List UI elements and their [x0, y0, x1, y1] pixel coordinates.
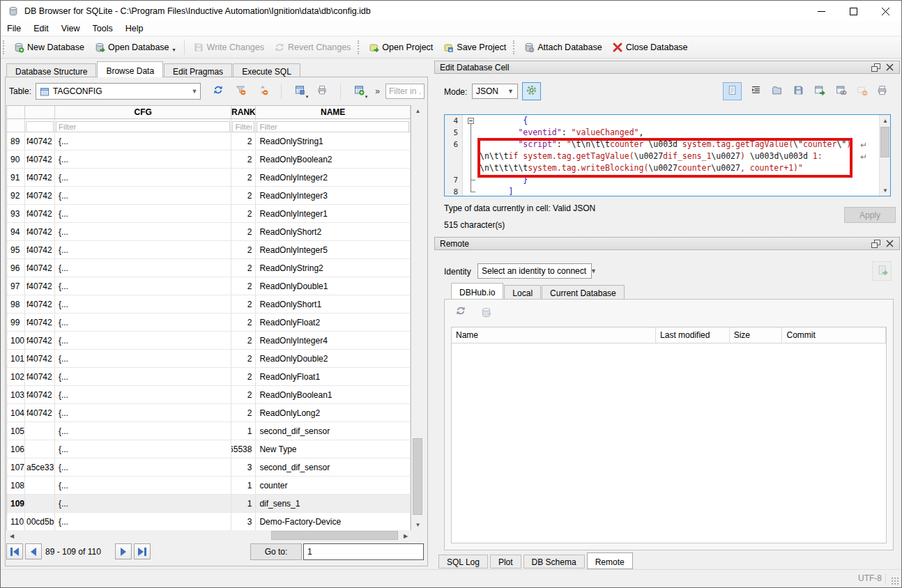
- tab-browse-data[interactable]: Browse Data: [97, 61, 163, 77]
- remote-tab-current-database[interactable]: Current Database: [542, 285, 625, 299]
- open-database-button[interactable]: Open Database▾: [89, 39, 181, 56]
- cell-name[interactable]: ReadOnlyInteger4: [256, 332, 411, 350]
- new-record-button[interactable]: ▾: [351, 84, 367, 99]
- identity-selector[interactable]: Select an identity to connect ▼: [477, 263, 592, 279]
- cell-rank[interactable]: 2: [231, 150, 256, 169]
- cell-cfg[interactable]: {...: [55, 205, 232, 223]
- cell-num[interactable]: 108: [7, 477, 25, 495]
- tab-database-structure[interactable]: Database Structure: [6, 63, 96, 77]
- table-row[interactable]: 108{...1counter: [7, 477, 411, 495]
- cell-num[interactable]: 91: [7, 169, 25, 187]
- open-project-button[interactable]: Open Project: [363, 39, 438, 56]
- cell-cfg[interactable]: {...: [55, 495, 232, 513]
- cell-cfg[interactable]: {...: [55, 513, 232, 531]
- remote-push-button[interactable]: [477, 304, 496, 323]
- cell-num[interactable]: 109: [7, 495, 25, 513]
- save-table-button[interactable]: ▾: [292, 84, 307, 99]
- table-row[interactable]: 91f40742{...2ReadOnlyInteger2: [7, 169, 411, 187]
- cell-name[interactable]: second_dif_sensor: [256, 422, 411, 440]
- cell-name[interactable]: dif_sens_1: [256, 495, 411, 513]
- last-page-button[interactable]: [134, 543, 151, 559]
- cell-name[interactable]: New Type: [256, 440, 411, 458]
- cell-name[interactable]: ReadOnlyString1: [256, 132, 411, 150]
- table-row[interactable]: 96f40742{...2ReadOnlyString2: [7, 259, 411, 277]
- table-selector[interactable]: TAGCONFIG ▼: [36, 83, 201, 100]
- cell-id[interactable]: [25, 422, 55, 440]
- scroll-up-icon[interactable]: ▲: [412, 105, 424, 116]
- scroll-up-icon[interactable]: ▲: [880, 115, 891, 126]
- cell-id[interactable]: f40742: [25, 277, 55, 295]
- cell-id[interactable]: f40742: [25, 150, 55, 169]
- close-button[interactable]: [869, 1, 901, 22]
- menu-tools[interactable]: Tools: [86, 22, 119, 35]
- cell-rank[interactable]: 2: [231, 277, 256, 295]
- previous-page-button[interactable]: [25, 543, 42, 559]
- first-page-button[interactable]: [6, 543, 23, 559]
- apply-button[interactable]: Apply: [844, 207, 896, 223]
- cell-num[interactable]: 97: [7, 277, 25, 295]
- cell-rank[interactable]: 2: [231, 132, 256, 150]
- table-row[interactable]: 99f40742{...2ReadOnlyFloat2: [7, 314, 411, 332]
- goto-button[interactable]: Go to:: [250, 543, 302, 560]
- cell-num[interactable]: 98: [7, 295, 25, 314]
- cell-num[interactable]: 95: [7, 241, 25, 259]
- menu-edit[interactable]: Edit: [27, 22, 55, 35]
- scroll-right-icon[interactable]: ▶: [400, 530, 411, 541]
- cell-cfg[interactable]: {...: [55, 277, 232, 295]
- cell-rank[interactable]: 2: [231, 314, 256, 332]
- close-database-button[interactable]: Close Database: [607, 39, 693, 56]
- remote-tab-dbhub-io[interactable]: DBHub.io: [451, 283, 503, 299]
- table-row[interactable]: 109{...1dif_sens_1: [7, 495, 411, 513]
- remote-tab-local[interactable]: Local: [504, 285, 541, 299]
- fold-collapse-icon[interactable]: [468, 118, 474, 124]
- cell-id[interactable]: a5ce33: [25, 458, 55, 477]
- tab-execute-sql[interactable]: Execute SQL: [233, 63, 300, 77]
- save-file-button[interactable]: [789, 82, 808, 100]
- cell-rank[interactable]: 3: [231, 458, 256, 477]
- editor-line[interactable]: 8 ]: [445, 186, 890, 196]
- remote-refresh-button[interactable]: [453, 304, 468, 320]
- scroll-down-icon[interactable]: ▼: [880, 185, 891, 196]
- float-dock-icon[interactable]: [871, 63, 880, 72]
- cell-num[interactable]: 100: [7, 332, 25, 350]
- column-filter-input[interactable]: [56, 121, 231, 132]
- cell-name[interactable]: ReadOnlyFloat2: [256, 314, 411, 332]
- save-project-button[interactable]: Save Project: [438, 39, 511, 56]
- cell-rank[interactable]: 2: [231, 187, 256, 205]
- clone-database-button[interactable]: [872, 261, 892, 281]
- mode-selector[interactable]: JSON ▼: [472, 84, 518, 99]
- filter-any-column-input[interactable]: [385, 84, 425, 99]
- remote-column-commit[interactable]: Commit: [782, 327, 886, 343]
- dock-tab-sql-log[interactable]: SQL Log: [438, 555, 488, 568]
- import-file-button[interactable]: [767, 82, 786, 100]
- table-row[interactable]: 107a5ce33{...3second_dif_sensor: [7, 458, 411, 477]
- cell-rank[interactable]: 2: [231, 332, 256, 350]
- resize-grip[interactable]: [891, 577, 899, 585]
- cell-rank[interactable]: 2: [231, 205, 256, 223]
- cell-rank[interactable]: 1: [231, 422, 256, 440]
- grid-vertical-scrollbar[interactable]: ▲ ▼: [412, 105, 424, 530]
- cell-num[interactable]: 89: [7, 132, 25, 150]
- editor-line[interactable]: 4 {: [445, 115, 890, 127]
- cell-name[interactable]: ReadOnlyBoolean1: [256, 386, 411, 404]
- cell-name[interactable]: ReadOnlyShort1: [256, 295, 411, 314]
- table-row[interactable]: 95f40742{...2ReadOnlyInteger5: [7, 241, 411, 259]
- cell-id[interactable]: f40742: [25, 169, 55, 187]
- cell-cfg[interactable]: {...: [55, 223, 232, 241]
- cell-id[interactable]: 00cd5b: [25, 513, 55, 531]
- cell-editor[interactable]: 4 {5 "eventid": "valueChanged",6 "script…: [444, 114, 891, 196]
- table-row[interactable]: 93f40742{...2ReadOnlyInteger1: [7, 205, 411, 223]
- export-data-button[interactable]: [810, 82, 829, 100]
- cell-rank[interactable]: 1: [231, 495, 256, 513]
- cell-id[interactable]: f40742: [25, 350, 55, 368]
- remote-column-name[interactable]: Name: [452, 327, 656, 343]
- encoding-indicator[interactable]: UTF-8: [858, 573, 882, 583]
- cell-rank[interactable]: 3: [231, 513, 256, 531]
- dock-tab-plot[interactable]: Plot: [490, 555, 521, 568]
- cell-cfg[interactable]: {...: [55, 132, 232, 150]
- dock-tab-remote[interactable]: Remote: [587, 552, 633, 569]
- cell-name[interactable]: Demo-Factory-Device: [256, 513, 411, 531]
- cell-cfg[interactable]: {...: [55, 314, 232, 332]
- cell-num[interactable]: 106: [7, 440, 25, 458]
- cell-name[interactable]: ReadOnlyInteger3: [256, 187, 411, 205]
